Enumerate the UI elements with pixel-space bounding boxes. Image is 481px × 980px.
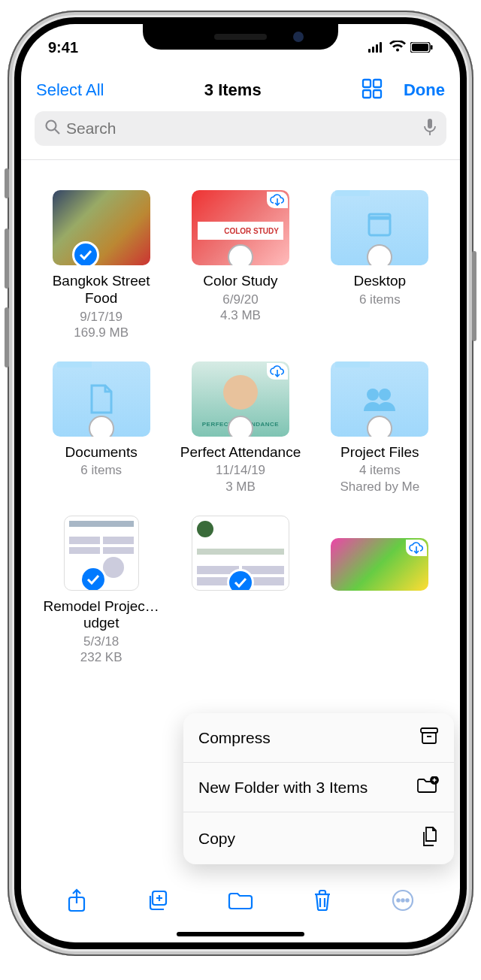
grid-view-icon[interactable]	[362, 78, 383, 102]
item-size: 169.9 MB	[74, 325, 129, 340]
svg-point-19	[367, 389, 379, 401]
svg-rect-22	[421, 728, 437, 733]
svg-rect-2	[376, 44, 378, 53]
item-size: 3 MB	[225, 479, 256, 495]
screen: 9:41 Select All 3 Items Don	[21, 24, 460, 942]
item-size: 4.3 MB	[220, 308, 261, 323]
share-button[interactable]	[67, 888, 86, 915]
home-indicator[interactable]	[177, 932, 304, 936]
svg-rect-9	[363, 90, 371, 98]
cloud-download-icon	[406, 540, 427, 556]
more-button[interactable]	[392, 889, 414, 915]
menu-label: Compress	[198, 729, 271, 747]
archivebox-icon	[419, 727, 439, 749]
volume-down-button	[5, 307, 9, 368]
selection-checkmark-icon	[72, 241, 99, 265]
item-date: 6/9/20	[222, 292, 258, 308]
selection-circle	[367, 416, 392, 437]
menu-label: New Folder with 3 Items	[198, 779, 368, 797]
search-input[interactable]	[66, 119, 418, 138]
item-title: Bangkok Street Food	[38, 273, 165, 307]
status-time: 9:41	[48, 39, 78, 56]
file-item-color-study[interactable]: COLOR STUDY Color Study 6/9/20 4.3 MB	[174, 190, 307, 340]
selection-circle	[228, 416, 253, 437]
thumbnail	[331, 538, 428, 591]
thumbnail	[64, 516, 139, 591]
menu-copy[interactable]: Copy	[183, 812, 454, 864]
selection-circle	[367, 244, 392, 265]
svg-rect-3	[380, 42, 382, 53]
wifi-icon	[389, 39, 406, 56]
thumbnail	[192, 516, 289, 591]
thumbnail: PERFECT ATTENDANCE	[192, 361, 289, 437]
svg-point-37	[401, 899, 404, 901]
file-item-remodel-budget[interactable]: Remodel Projec…udget 5/3/18 232 KB	[35, 516, 168, 666]
file-item-screen-printing[interactable]	[313, 516, 446, 666]
file-item-bangkok[interactable]: Bangkok Street Food 9/17/19 169.9 MB	[35, 190, 168, 340]
folder-item-desktop[interactable]: Desktop 6 items	[313, 190, 446, 340]
done-button[interactable]: Done	[404, 80, 445, 100]
mic-icon[interactable]	[424, 119, 436, 138]
move-button[interactable]	[228, 891, 253, 913]
context-menu: Compress New Folder with 3 Items Copy	[183, 713, 454, 864]
selection-circle	[89, 416, 114, 437]
item-count: 4 items	[359, 462, 401, 479]
folder-icon	[331, 361, 428, 437]
duplicate-button[interactable]	[146, 889, 168, 915]
folder-item-project-files[interactable]: Project Files 4 items Shared by Me	[313, 361, 446, 495]
doc-on-doc-icon	[421, 826, 439, 851]
folder-badge-plus-icon	[416, 776, 439, 798]
item-title: Remodel Projec…udget	[38, 598, 165, 633]
item-date: 9/17/19	[80, 309, 123, 325]
device-frame: 9:41 Select All 3 Items Don	[8, 11, 473, 956]
svg-rect-16	[369, 217, 390, 235]
svg-rect-7	[363, 80, 371, 87]
svg-rect-5	[412, 44, 428, 51]
trash-button[interactable]	[313, 889, 332, 915]
svg-rect-6	[431, 45, 433, 50]
folder-icon	[53, 361, 150, 437]
file-item-perfect-attendance[interactable]: PERFECT ATTENDANCE Perfect Attendance 11…	[174, 361, 307, 495]
silence-switch	[5, 168, 9, 198]
battery-icon	[410, 39, 433, 56]
svg-point-36	[397, 899, 399, 901]
item-date: 11/14/19	[216, 462, 265, 479]
svg-rect-10	[374, 90, 381, 98]
search-icon	[45, 119, 60, 138]
svg-point-38	[406, 899, 408, 901]
svg-point-20	[379, 389, 391, 401]
svg-rect-8	[374, 80, 381, 87]
nav-bar: Select All 3 Items Done	[21, 63, 460, 111]
svg-line-12	[55, 129, 59, 134]
notch	[143, 24, 338, 50]
speaker	[214, 34, 267, 40]
folder-item-documents[interactable]: Documents 6 items	[35, 361, 168, 495]
menu-new-folder[interactable]: New Folder with 3 Items	[183, 762, 454, 812]
item-size: 232 KB	[80, 650, 123, 665]
menu-label: Copy	[198, 830, 235, 848]
cellular-icon	[368, 39, 385, 56]
cloud-download-icon	[267, 363, 288, 380]
selection-checkmark-icon	[80, 566, 107, 591]
svg-rect-23	[422, 733, 436, 743]
side-button	[472, 251, 476, 341]
front-camera	[293, 32, 304, 42]
item-title: Desktop	[353, 273, 406, 290]
thumbnail	[53, 190, 150, 265]
search-field[interactable]	[35, 111, 446, 146]
selection-checkmark-icon	[227, 569, 254, 591]
item-title: Perfect Attendance	[180, 444, 301, 461]
cloud-download-icon	[267, 192, 288, 208]
item-count: 6 items	[359, 292, 401, 308]
folder-icon	[331, 190, 428, 265]
svg-rect-0	[368, 49, 371, 53]
bottom-toolbar	[21, 875, 460, 929]
files-grid: Bangkok Street Food 9/17/19 169.9 MB COL…	[21, 160, 460, 665]
search-container	[21, 111, 460, 155]
menu-compress[interactable]: Compress	[183, 713, 454, 762]
svg-point-11	[47, 121, 56, 131]
select-all-button[interactable]: Select All	[36, 80, 104, 100]
item-count: 6 items	[80, 462, 122, 479]
file-item-hiking-schedule[interactable]	[174, 516, 307, 666]
thumbnail: COLOR STUDY	[192, 190, 289, 265]
